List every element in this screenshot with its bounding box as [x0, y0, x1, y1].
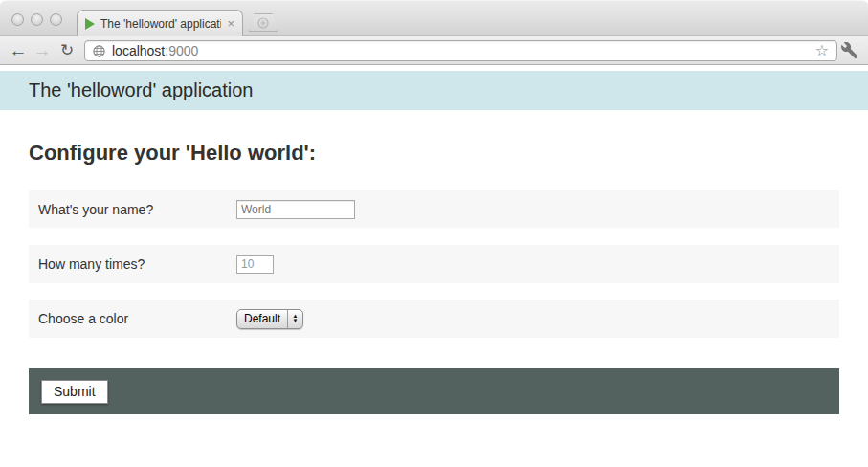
- times-label: How many times?: [38, 256, 145, 272]
- close-window-button[interactable]: [11, 13, 24, 26]
- web-page: The 'helloword' application Configure yo…: [0, 66, 868, 467]
- globe-icon: [93, 45, 105, 57]
- app-header-banner: The 'helloword' application: [0, 71, 868, 110]
- times-input[interactable]: [236, 255, 274, 274]
- new-tab-button[interactable]: [249, 13, 278, 32]
- color-select-value: Default: [237, 312, 287, 325]
- app-header-title: The 'helloword' application: [29, 79, 253, 101]
- browser-window: The 'helloword' application × ← → ↻ loca…: [0, 0, 868, 467]
- submit-bar: Submit: [29, 368, 839, 414]
- form-row-color: Choose a color Default ▲ ▼: [29, 300, 839, 338]
- name-label: What's your name?: [38, 202, 153, 217]
- url-host: localhost: [112, 43, 165, 58]
- reload-button[interactable]: ↻: [56, 38, 78, 63]
- titlebar: The 'helloword' application ×: [0, 0, 868, 36]
- play-triangle-icon: [85, 18, 95, 30]
- submit-button[interactable]: Submit: [41, 380, 108, 404]
- tab-close-icon[interactable]: ×: [227, 17, 234, 30]
- forward-button[interactable]: →: [32, 38, 53, 63]
- wrench-icon: [840, 41, 858, 59]
- url-port: :9000: [165, 43, 198, 58]
- color-select[interactable]: Default ▲ ▼: [236, 309, 303, 329]
- address-bar[interactable]: localhost:9000 ☆: [84, 40, 837, 61]
- color-label: Choose a color: [38, 311, 128, 326]
- form-row-name: What's your name?: [29, 190, 839, 228]
- back-button[interactable]: ←: [8, 38, 29, 63]
- wrench-menu-button[interactable]: [840, 41, 858, 63]
- select-stepper-icon: ▲ ▼: [287, 310, 302, 328]
- url-text[interactable]: localhost:9000: [112, 43, 815, 58]
- new-tab-icon: [257, 17, 269, 29]
- name-input[interactable]: [236, 200, 355, 219]
- minimize-window-button[interactable]: [31, 13, 43, 26]
- form-row-times: How many times?: [29, 245, 839, 283]
- bookmark-star-icon[interactable]: ☆: [815, 43, 829, 58]
- window-controls: [11, 13, 62, 26]
- zoom-window-button[interactable]: [50, 13, 62, 26]
- page-heading: Configure your 'Hello world':: [29, 141, 316, 166]
- browser-toolbar: ← → ↻ localhost:9000 ☆: [0, 36, 868, 65]
- tab-helloword[interactable]: The 'helloword' application ×: [77, 10, 243, 36]
- tab-title: The 'helloword' application: [100, 17, 221, 31]
